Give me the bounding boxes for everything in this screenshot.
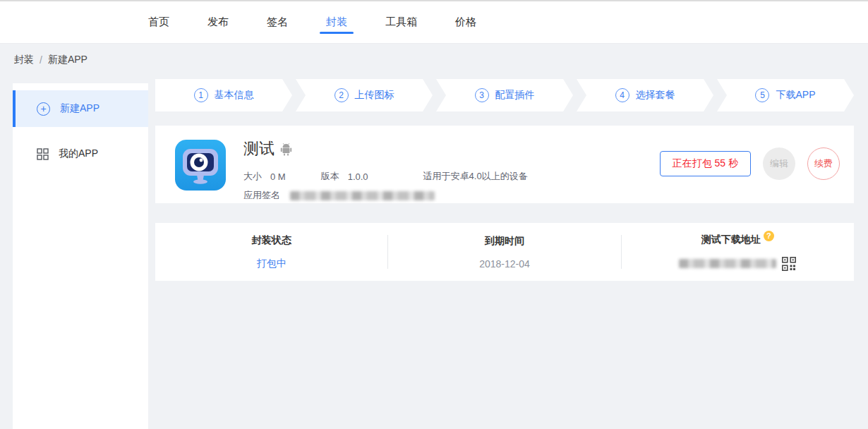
step-basic-info[interactable]: 1 基本信息 [155,79,292,111]
size-value: 0 M [270,171,286,182]
android-icon [280,143,292,156]
version-label: 版本 [321,170,339,183]
wizard-stepper: 1 基本信息 2 上传图标 3 配置插件 4 选择套餐 5 下载APP [155,79,854,111]
grid-icon [37,148,49,160]
nav-item-signature[interactable]: 签名 [267,1,288,43]
step-number: 1 [194,88,208,102]
packing-status-button[interactable]: 正在打包 55 秒 [660,151,751,176]
step-label: 选择套餐 [636,89,675,102]
breadcrumb-new-app: 新建APP [48,54,88,66]
top-navbar: 首页 发布 签名 封装 工具箱 价格 [0,0,868,44]
sidebar-item-label: 新建APP [60,102,100,115]
step-number: 3 [475,88,489,102]
app-card-actions: 正在打包 55 秒 编辑 续费 [660,147,840,180]
package-state-value[interactable]: 打包中 [257,258,287,270]
status-card: 封装状态 打包中 到期时间 2018-12-04 测试下载地址 ? [155,223,854,281]
step-number: 4 [615,88,629,102]
nav-item-publish[interactable]: 发布 [207,1,229,43]
nav-item-toolbox[interactable]: 工具箱 [385,1,417,43]
app-logo [175,140,226,191]
app-meta-row: 大小 0 M 版本 1.0.0 适用于安卓4.0以上的设备 [243,170,528,183]
app-name: 测试 [243,138,275,159]
status-col-package-state: 封装状态 打包中 [155,223,387,281]
signature-redacted-blur [290,191,435,200]
step-label: 配置插件 [495,89,535,102]
step-configure-plugins[interactable]: 3 配置插件 [436,79,573,111]
app-info: 测试 大小 0 M 版本 1.0.0 适用于安卓4.0以上的设备 应用 [243,138,528,202]
breadcrumb: 封装 / 新建APP [14,54,88,66]
breadcrumb-package[interactable]: 封装 [14,54,34,66]
plus-circle-icon: + [37,102,50,116]
step-download-app[interactable]: 5 下载APP [717,79,854,111]
compat-text: 适用于安卓4.0以上的设备 [423,170,528,183]
download-url-title: 测试下载地址 [701,234,761,246]
sidebar-item-my-app[interactable]: 我的APP [13,135,148,172]
sidebar-item-new-app[interactable]: + 新建APP [13,90,148,127]
renew-button[interactable]: 续费 [807,147,840,180]
app-signature-row: 应用签名 [243,189,528,202]
qr-code-icon[interactable] [782,257,796,271]
nav-item-package[interactable]: 封装 [326,1,347,43]
step-label: 上传图标 [355,89,394,102]
step-upload-icon[interactable]: 2 上传图标 [296,79,433,111]
size-label: 大小 [243,170,262,183]
edit-button[interactable]: 编辑 [763,147,795,180]
version-value: 1.0.0 [348,171,368,182]
status-col-download-url: 测试下载地址 ? [622,223,854,281]
step-number: 5 [755,88,769,102]
sidebar-item-label: 我的APP [59,147,98,160]
step-select-plan[interactable]: 4 选择套餐 [577,79,713,111]
help-coin-icon[interactable]: ? [764,231,774,241]
breadcrumb-separator: / [40,54,42,66]
sidebar: + 新建APP 我的APP [13,83,148,429]
nav-item-price[interactable]: 价格 [455,1,476,43]
expiry-title: 到期时间 [485,235,524,248]
nav-item-home[interactable]: 首页 [148,1,169,43]
step-label: 基本信息 [215,89,254,102]
app-card: 测试 大小 0 M 版本 1.0.0 适用于安卓4.0以上的设备 应用 [155,126,854,203]
status-col-expiry: 到期时间 2018-12-04 [388,223,620,281]
signature-label: 应用签名 [243,189,280,202]
package-state-title: 封装状态 [252,234,291,247]
download-url-redacted-blur [679,259,776,268]
app-packaging-page: { "nav": { "items": [ { "label": "首页" },… [0,0,868,429]
step-number: 2 [334,88,349,102]
step-label: 下载APP [776,89,815,102]
expiry-value: 2018-12-04 [479,258,530,270]
